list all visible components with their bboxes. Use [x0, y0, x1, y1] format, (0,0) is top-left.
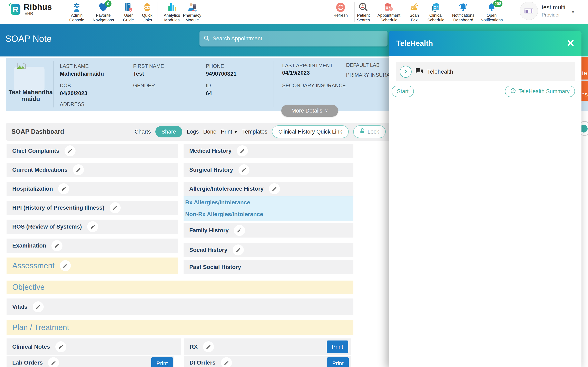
telehealth-title: TeleHealth [396, 39, 433, 48]
brand-logo[interactable]: R Ribhus EHR [8, 2, 52, 17]
edit-current-medications-button[interactable] [73, 164, 84, 175]
edit-surgical-history-button[interactable] [238, 164, 250, 175]
lab-orders-print-button[interactable]: Print [151, 357, 173, 367]
search-icon [204, 35, 210, 42]
lock-icon [360, 128, 365, 135]
edge-tab-clipped[interactable]: ns [581, 81, 588, 101]
phone-value: 9490700321 [206, 71, 236, 77]
top-navbar: R Ribhus EHR [0, 0, 588, 24]
edit-social-history-button[interactable] [233, 244, 244, 256]
edit-hpi-button[interactable] [110, 202, 121, 213]
secondary-insurance-label: SECONDARY INSURANCE [282, 83, 346, 89]
edit-ros-button[interactable] [87, 221, 98, 232]
section-ros: ROS (Review of Systems) [7, 220, 178, 234]
templates-link[interactable]: Templates [242, 129, 268, 135]
brand-sub: EHR [25, 11, 52, 16]
nav-pharmacy-module[interactable]: Pharmacy Module [180, 2, 204, 22]
section-plan-treatment: Plan / Treatment [7, 320, 354, 335]
telehealth-summary-button[interactable]: TeleHealth Summary [505, 86, 575, 97]
dob-value: 04/20/2023 [60, 90, 87, 97]
charts-link[interactable]: Charts [135, 129, 151, 135]
edit-clinical-notes-button[interactable] [55, 341, 66, 352]
edit-family-history-button[interactable] [234, 225, 245, 236]
teal-circle-icon [581, 125, 588, 133]
last-name-value: Mahendharnaidu [60, 71, 104, 77]
di-orders-print-button[interactable]: Print [327, 357, 349, 367]
telehealth-panel: TeleHealth Telehealth Start [389, 31, 581, 367]
start-button[interactable]: Start [392, 86, 414, 97]
chevron-down-icon: ∨ [325, 108, 328, 113]
refresh-icon [329, 2, 352, 13]
nav-favorite-navigations[interactable]: 0 Favorite Navigations [90, 2, 117, 22]
section-chief-complaints: Chief Complaints [7, 144, 178, 158]
section-past-social-history: Past Social History [183, 260, 354, 274]
section-allergic-intolerance-history: Allergic/Intolerance History [183, 182, 354, 196]
edit-hospitalization-button[interactable] [58, 183, 69, 194]
favorite-heart-icon: 0 [90, 2, 117, 13]
favorite-count-badge: 0 [105, 0, 112, 7]
clinical-history-quick-link-button[interactable]: Clinical History Quick Link [272, 125, 349, 138]
section-rx: RX [184, 338, 351, 355]
nav-refresh[interactable]: Refresh [329, 2, 352, 18]
clinical-schedule-icon [422, 2, 450, 13]
user-menu[interactable]: test multi Provider ▾ [520, 2, 565, 20]
section-hospitalization: Hospitalization [7, 182, 178, 196]
non-rx-allergies-link[interactable]: Non-Rx Allergies/Intolerance [185, 211, 263, 217]
first-name-label: FIRST NAME [133, 63, 164, 69]
broken-image-icon [17, 62, 26, 71]
telehealth-list-item[interactable]: Telehealth [396, 62, 575, 81]
edit-allergic-history-button[interactable] [269, 183, 280, 194]
nav-quick-links[interactable]: Quick Links [135, 2, 159, 22]
section-family-history: Family History [183, 223, 354, 238]
section-vitals: Vitals [7, 299, 354, 315]
section-current-medications: Current Medications [7, 163, 178, 177]
address-label: ADDRESS [60, 101, 85, 107]
section-di-orders: DI Orders [184, 356, 351, 367]
edge-floating-button-clipped[interactable] [581, 121, 588, 136]
patient-bar-divider [274, 61, 274, 108]
last-name-label: LAST NAME [60, 63, 89, 69]
logs-link[interactable]: Logs [187, 129, 199, 135]
edit-medical-history-button[interactable] [237, 145, 248, 156]
close-icon[interactable] [567, 39, 575, 48]
section-medical-history: Medical History [183, 144, 354, 158]
edit-assessment-button[interactable] [60, 260, 71, 271]
edit-chief-complaints-button[interactable] [65, 145, 76, 156]
nav-admin-console[interactable]: Admin Console [63, 2, 90, 22]
nav-appointment-schedule[interactable]: Appointment Schedule [375, 2, 403, 22]
section-hpi: HPI (History of Presenting Illness) [7, 201, 178, 215]
quick-links-chain-icon [135, 2, 159, 13]
edit-lab-orders-button[interactable] [48, 357, 59, 367]
edit-di-orders-button[interactable] [221, 357, 232, 367]
svg-text:R: R [13, 5, 18, 14]
nav-notifications-dashboard[interactable]: Notifications Dashboard [449, 2, 477, 22]
chat-bubbles-icon [415, 68, 424, 76]
dob-label: DOB [60, 83, 71, 89]
rx-allergies-link[interactable]: Rx Allergies/Intolerance [185, 199, 250, 206]
patient-id-label: ID [206, 83, 211, 89]
done-link[interactable]: Done [203, 129, 216, 135]
nav-open-notifications[interactable]: 208 Open Notifications [477, 2, 506, 22]
last-appointment-value: 04/19/2023 [282, 70, 310, 76]
share-button[interactable]: Share [155, 126, 182, 137]
edit-rx-button[interactable] [203, 341, 214, 352]
more-details-button[interactable]: More Details ∨ [281, 105, 338, 117]
edge-tab-clipped[interactable]: te [581, 57, 588, 80]
section-lab-orders: Lab Orders [7, 356, 173, 367]
telehealth-panel-header: TeleHealth [389, 31, 581, 56]
allergy-links-box: Rx Allergies/Intolerance Non-Rx Allergie… [183, 196, 354, 221]
edit-examination-button[interactable] [52, 240, 62, 251]
lock-button[interactable]: Lock [353, 125, 386, 138]
patient-bar-divider [53, 61, 53, 108]
edit-vitals-button[interactable] [33, 301, 44, 312]
print-menu[interactable]: Print ▼ [221, 129, 238, 135]
nav-patient-search[interactable]: Patient Search [350, 2, 376, 22]
first-name-value: Test [133, 71, 144, 77]
nav-clinical-schedule[interactable]: Clinical Schedule [422, 2, 450, 22]
search-input[interactable] [213, 35, 383, 42]
last-appointment-label: LAST APPOINTMENT [282, 63, 333, 68]
chevron-right-icon[interactable] [400, 66, 412, 78]
user-role: Provider [542, 12, 565, 18]
rx-print-button[interactable]: Print [327, 341, 348, 353]
notifications-count-badge: 208 [493, 0, 502, 7]
